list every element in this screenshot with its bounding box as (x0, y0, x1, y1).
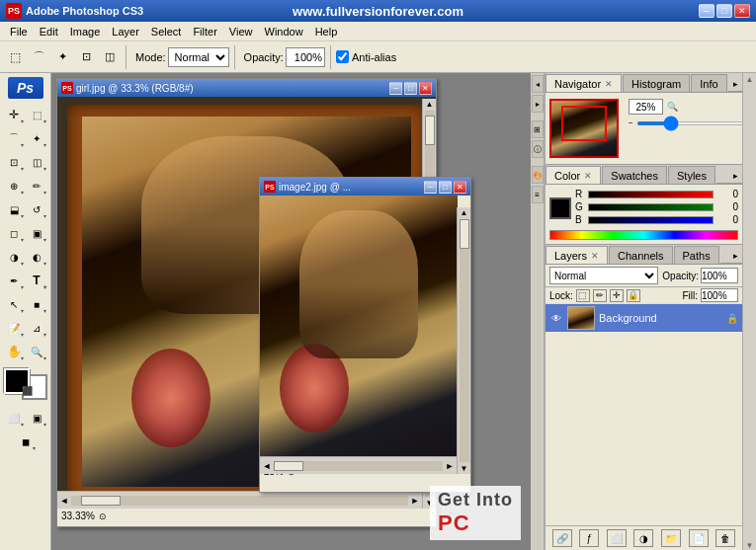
mode-select[interactable]: Normal (168, 47, 229, 67)
close-button[interactable]: ✕ (734, 4, 750, 18)
tool-magic-btn[interactable]: ✦ (51, 46, 73, 68)
opacity-input[interactable] (286, 47, 325, 67)
marquee-tool[interactable]: ⬚ (26, 104, 47, 125)
shape-tool[interactable]: ■ (26, 293, 47, 315)
nav-zoom-slider[interactable] (636, 121, 756, 125)
layer-style-btn[interactable]: ƒ (579, 529, 599, 547)
color-fg-swatch[interactable] (549, 197, 571, 219)
menu-window[interactable]: Window (259, 24, 309, 39)
doc-win-btns-image2[interactable]: ─ □ ✕ (424, 181, 466, 194)
menu-select[interactable]: Select (145, 24, 188, 39)
close-layers-tab[interactable]: ✕ (591, 251, 599, 261)
doc-titlebar-image2[interactable]: PS image2.jpg @ ... ─ □ ✕ (260, 178, 470, 196)
eyedropper-tool[interactable]: ⊿ (26, 317, 47, 339)
doc-close-girl[interactable]: ✕ (419, 82, 432, 95)
screen-mode-standard[interactable]: ⬜ (3, 407, 25, 429)
layer-new-btn[interactable]: 📄 (689, 529, 709, 547)
scroll-up-image2[interactable]: ▲ (460, 207, 469, 218)
screen-mode-full-menu[interactable]: ▣ (26, 407, 47, 429)
history-tool[interactable]: ↺ (26, 198, 47, 220)
menu-image[interactable]: Image (64, 24, 107, 39)
menu-view[interactable]: View (223, 24, 259, 39)
screen-mode-full[interactable]: ◼ (15, 431, 37, 452)
tab-paths[interactable]: Paths (674, 246, 719, 264)
blending-mode-select[interactable]: Normal (549, 267, 658, 284)
scroll-thumb-v-girl[interactable] (425, 116, 435, 145)
doc-maximize-girl[interactable]: □ (404, 82, 417, 95)
doc-titlebar-girl[interactable]: PS girl.jpg @ 33.3% (RGB/8#) ─ □ ✕ (57, 79, 436, 97)
panel-toggle-btn[interactable]: ◂ (532, 75, 544, 93)
nav-zoom-input[interactable] (629, 99, 663, 115)
lock-all-btn[interactable]: 🔒 (627, 289, 640, 302)
crop-tool[interactable]: ⊡ (3, 151, 25, 173)
lock-image-btn[interactable]: ✏ (593, 289, 607, 302)
scroll-left-girl[interactable]: ◄ (57, 494, 71, 508)
panel-layers-btn[interactable]: ≡ (532, 186, 544, 203)
fill-input[interactable] (701, 288, 738, 302)
layer-link-btn[interactable]: 🔗 (552, 529, 572, 547)
magic-wand-tool[interactable]: ✦ (26, 127, 47, 149)
panel-info-btn[interactable]: ⓘ (532, 140, 544, 158)
panel-menu-color[interactable]: ▸ (729, 169, 742, 184)
menu-edit[interactable]: Edit (34, 24, 64, 39)
tab-info[interactable]: Info (691, 74, 726, 92)
channel-g-track[interactable] (588, 203, 714, 211)
layer-visibility-eye[interactable]: 👁 (549, 311, 563, 325)
antialias-checkbox-label[interactable]: Anti-alias (336, 50, 396, 63)
tab-swatches[interactable]: Swatches (602, 166, 667, 184)
menu-help[interactable]: Help (309, 24, 344, 39)
tool-crop-btn[interactable]: ⊡ (75, 46, 97, 68)
layer-adjust-btn[interactable]: ◑ (633, 529, 653, 547)
type-tool[interactable]: T (26, 270, 47, 291)
pen-tool[interactable]: ✒ (3, 270, 25, 291)
brush-tool[interactable]: ✏ (26, 175, 47, 196)
scroll-thumb-h2[interactable] (274, 461, 303, 471)
color-spectrum[interactable] (549, 230, 738, 240)
layer-group-btn[interactable]: 📁 (661, 529, 681, 547)
eraser-tool[interactable]: ◻ (3, 222, 25, 244)
panel-nav-btn[interactable]: ▸ (532, 95, 544, 113)
edge-btn-2[interactable]: ▼ (746, 541, 754, 550)
scroll-down-image2[interactable]: ▼ (460, 463, 469, 474)
scroll-left-image2[interactable]: ◄ (260, 461, 274, 471)
scroll-down-girl[interactable]: ▼ (425, 498, 435, 509)
scroll-right-image2[interactable]: ► (443, 461, 457, 471)
scroll-up-girl[interactable]: ▲ (425, 99, 435, 110)
move-tool[interactable]: ✛ (3, 104, 25, 125)
title-bar-controls[interactable]: ─ □ ✕ (699, 4, 750, 18)
opacity-input-layers[interactable] (701, 268, 738, 283)
tool-lasso-btn[interactable]: ⌒ (28, 46, 49, 68)
tab-histogram[interactable]: Histogram (623, 74, 690, 92)
layer-delete-btn[interactable]: 🗑 (715, 529, 735, 547)
panel-menu-layers[interactable]: ▸ (729, 249, 742, 264)
tab-navigator[interactable]: Navigator ✕ (546, 74, 622, 92)
path-select-tool[interactable]: ↖ (3, 293, 25, 315)
doc-maximize-image2[interactable]: □ (439, 181, 452, 194)
menu-layer[interactable]: Layer (106, 24, 145, 39)
fill-tool[interactable]: ▣ (26, 222, 47, 244)
doc-scrollbar-v-image2[interactable]: ▲ ▼ (457, 207, 470, 474)
doc-win-btns-girl[interactable]: ─ □ ✕ (389, 82, 432, 95)
hand-tool[interactable]: ✋ (3, 341, 25, 362)
scroll-thumb-v2[interactable] (460, 219, 469, 249)
channel-r-track[interactable] (588, 191, 714, 198)
stamp-tool[interactable]: ⬓ (3, 198, 25, 220)
channel-b-track[interactable] (588, 216, 714, 224)
close-color-tab[interactable]: ✕ (584, 171, 592, 181)
tab-channels[interactable]: Channels (609, 246, 672, 264)
layer-mask-btn[interactable]: ⬜ (607, 529, 627, 547)
lock-position-btn[interactable]: ✛ (610, 289, 624, 302)
lock-transparent-btn[interactable]: ⬚ (576, 289, 590, 302)
close-navigator-tab[interactable]: ✕ (605, 79, 613, 89)
minimize-button[interactable]: ─ (699, 4, 714, 18)
tool-slice-btn[interactable]: ◫ (99, 46, 121, 68)
menu-file[interactable]: File (4, 24, 34, 39)
default-colors-icon[interactable]: ⬛ (22, 386, 33, 396)
doc-scrollbar-h-image2[interactable]: ◄ ► (260, 456, 457, 474)
antialias-checkbox[interactable] (336, 50, 349, 63)
menu-filter[interactable]: Filter (187, 24, 222, 39)
dodge-tool[interactable]: ◐ (26, 246, 47, 268)
panel-tools-btn[interactable]: ⊞ (532, 120, 544, 138)
slice-tool[interactable]: ◫ (26, 151, 47, 173)
edge-btn-1[interactable]: ▲ (746, 75, 754, 84)
